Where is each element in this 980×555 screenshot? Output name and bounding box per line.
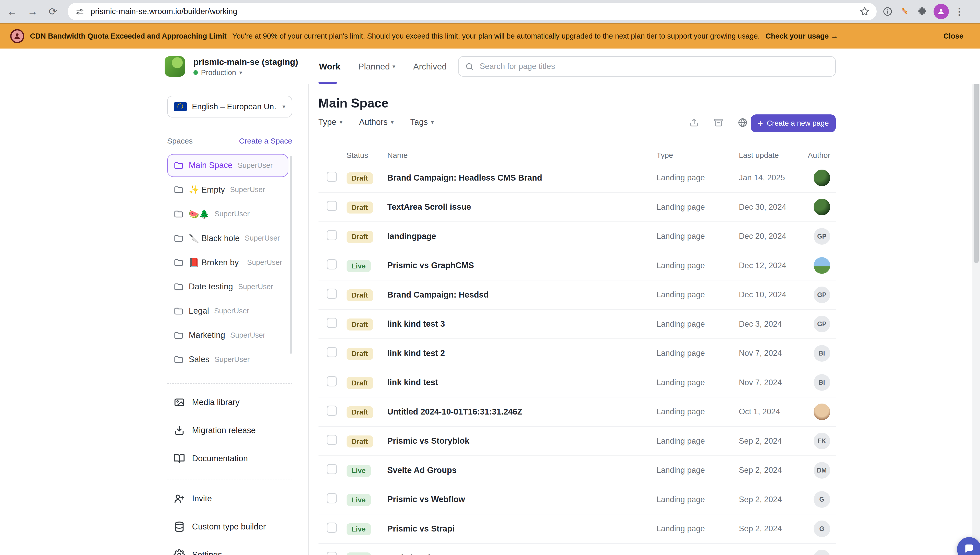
create-new-page-button[interactable]: + Create a new page (751, 114, 836, 132)
sidebar-item-documentation[interactable]: Documentation (167, 444, 292, 473)
row-checkbox[interactable] (327, 172, 337, 182)
space-owner: SuperUser (238, 282, 273, 291)
upload-icon[interactable] (689, 117, 699, 128)
url-bar[interactable]: prismic-main-se.wroom.io/builder/working (68, 3, 877, 20)
browser-profile-avatar[interactable] (934, 4, 949, 19)
browser-menu-icon[interactable]: ⋮ (954, 6, 964, 17)
bookmark-star-icon[interactable] (859, 6, 870, 18)
table-row[interactable]: Draft link kind test 3 Landing page Dec … (318, 310, 836, 339)
row-checkbox[interactable] (327, 552, 337, 555)
repo-logo[interactable] (165, 56, 185, 77)
table-row[interactable]: Draft Brand Campaign: Headless CMS Brand… (318, 164, 836, 193)
page-name[interactable]: landingpage (387, 232, 657, 241)
url-text[interactable]: prismic-main-se.wroom.io/builder/working (91, 7, 859, 16)
page-name[interactable]: Node.js Ad Groups 4 (387, 553, 657, 555)
row-checkbox[interactable] (327, 289, 337, 299)
row-checkbox[interactable] (327, 435, 337, 445)
chat-launcher-button[interactable] (957, 537, 980, 555)
space-item[interactable]: Marketing SuperUser (167, 324, 288, 347)
row-checkbox[interactable] (327, 347, 337, 357)
search-box[interactable] (458, 56, 836, 77)
language-selector[interactable]: English – European Un… ▾ (167, 96, 292, 117)
tab-planned[interactable]: Planned▾ (358, 61, 395, 72)
row-checkbox[interactable] (327, 259, 337, 269)
col-type: Type (657, 151, 739, 160)
table-row[interactable]: Draft link kind test Landing page Nov 7,… (318, 368, 836, 398)
table-row[interactable]: Draft link kind test 2 Landing page Nov … (318, 339, 836, 368)
sidebar-item-settings[interactable]: Settings (167, 541, 292, 555)
environment-selector[interactable]: Production ▾ (193, 69, 242, 77)
space-item[interactable]: Main Space SuperUser (167, 154, 288, 177)
filter-tags[interactable]: Tags▾ (410, 117, 434, 127)
sidebar-item-media-library[interactable]: Media library (167, 388, 292, 416)
reload-button[interactable]: ⟳ (45, 3, 61, 20)
page-name[interactable]: TextArea Scroll issue (387, 202, 657, 212)
table-row[interactable]: Draft Untitled 2024-10-01T16:31:31.246Z … (318, 398, 836, 427)
filter-authors[interactable]: Authors▾ (359, 117, 394, 127)
space-item[interactable]: 📕 Broken by 1 CT SuperUser (167, 251, 288, 274)
table-row[interactable]: Live Prismic vs Strapi Landing page Sep … (318, 514, 836, 544)
search-input[interactable] (478, 61, 829, 72)
check-usage-link[interactable]: Check your usage → (766, 32, 838, 40)
sidebar-item-custom-type-builder[interactable]: Custom type builder (167, 513, 292, 541)
row-checkbox[interactable] (327, 523, 337, 533)
tab-archived[interactable]: Archived (413, 61, 447, 72)
tab-work[interactable]: Work (319, 61, 341, 72)
page-name[interactable]: Prismic vs Storyblok (387, 436, 657, 446)
table-row[interactable]: Live Node.js Ad Groups 4 Landing page Se… (318, 544, 836, 555)
row-checkbox[interactable] (327, 318, 337, 328)
create-space-link[interactable]: Create a Space (239, 136, 292, 145)
page-name[interactable]: Prismic vs Webflow (387, 495, 657, 504)
space-item[interactable]: ✨ Empty SuperUser (167, 178, 288, 201)
page-type: Landing page (657, 436, 739, 446)
table-row[interactable]: Draft TextArea Scroll issue Landing page… (318, 193, 836, 222)
row-checkbox[interactable] (327, 201, 337, 211)
pencil-extension-icon[interactable]: ✎ (899, 6, 911, 18)
back-button[interactable]: ← (4, 3, 21, 20)
media-library-icon (174, 397, 185, 408)
documentation-icon (174, 453, 185, 464)
table-row[interactable]: Draft Prismic vs Storyblok Landing page … (318, 427, 836, 456)
page-name[interactable]: Prismic vs Strapi (387, 524, 657, 534)
banner-close-button[interactable]: Close (943, 32, 963, 40)
filter-type[interactable]: Type▾ (318, 117, 342, 127)
row-checkbox[interactable] (327, 493, 337, 504)
page-name[interactable]: Brand Campaign: Hesdsd (387, 290, 657, 300)
sidebar-item-label: Migration release (192, 426, 256, 435)
table-row[interactable]: Live Prismic vs GraphCMS Landing page De… (318, 251, 836, 281)
sidebar-item-migration-release[interactable]: Migration release (167, 416, 292, 444)
table-row[interactable]: Draft Brand Campaign: Hesdsd Landing pag… (318, 281, 836, 310)
page-name[interactable]: Untitled 2024-10-01T16:31:31.246Z (387, 407, 657, 417)
last-update: Dec 12, 2024 (739, 261, 808, 270)
info-extension-icon[interactable] (882, 6, 893, 18)
page-name[interactable]: Svelte Ad Groups (387, 465, 657, 475)
space-item[interactable]: Sales SuperUser (167, 348, 288, 371)
page-name[interactable]: Prismic vs GraphCMS (387, 261, 657, 270)
table-row[interactable]: Live Svelte Ad Groups Landing page Sep 2… (318, 456, 836, 485)
archive-box-icon[interactable] (713, 117, 724, 128)
app-header: prismic-main-se (staging) Production ▾ W… (0, 48, 980, 84)
space-item[interactable]: 🔪 Black hole SuperUser (167, 227, 288, 250)
row-checkbox[interactable] (327, 406, 337, 416)
table-row[interactable]: Draft landingpage Landing page Dec 20, 2… (318, 222, 836, 251)
globe-icon[interactable] (737, 117, 748, 128)
forward-button[interactable]: → (24, 3, 41, 20)
space-item[interactable]: Legal SuperUser (167, 300, 288, 322)
page-name[interactable]: Brand Campaign: Headless CMS Brand (387, 173, 657, 183)
site-info-icon[interactable] (74, 6, 85, 18)
row-checkbox[interactable] (327, 376, 337, 387)
space-item[interactable]: 🍉🌲 SuperUser (167, 202, 288, 226)
row-checkbox[interactable] (327, 464, 337, 474)
extensions-puzzle-icon[interactable] (916, 6, 928, 18)
table-body: Draft Brand Campaign: Headless CMS Brand… (318, 164, 836, 555)
table-row[interactable]: Live Prismic vs Webflow Landing page Sep… (318, 485, 836, 515)
spaces-scrollbar[interactable] (290, 156, 292, 354)
page-name[interactable]: link kind test (387, 378, 657, 387)
page-scrollbar[interactable] (972, 23, 980, 555)
sidebar-item-invite[interactable]: Invite (167, 485, 292, 513)
row-checkbox[interactable] (327, 230, 337, 241)
page-name[interactable]: link kind test 3 (387, 319, 657, 329)
status-badge: Live (347, 523, 371, 535)
space-item[interactable]: Date testing SuperUser (167, 275, 288, 298)
page-name[interactable]: link kind test 2 (387, 349, 657, 358)
